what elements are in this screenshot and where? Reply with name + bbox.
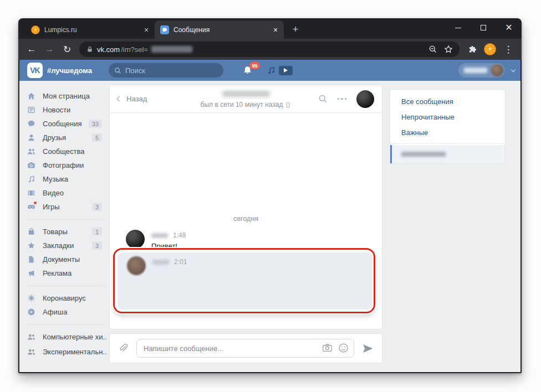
new-tab-button[interactable]: + (287, 21, 304, 38)
sidebar-item-my-page[interactable]: Моя страница (27, 89, 110, 103)
sidebar-item-market[interactable]: Товары 1 (27, 225, 110, 239)
notifications-button[interactable]: 95 (242, 60, 253, 81)
back-arrow-icon: ← (27, 44, 37, 55)
left-sidebar: Моя страница Новости Сообщения 33 Друзья… (19, 81, 110, 359)
window-controls: ✕ (445, 18, 522, 37)
sidebar-label: Игры (43, 203, 60, 211)
sidebar-item-communities[interactable]: Сообщества (27, 145, 110, 158)
chat-panel: Назад был в сети 10 минут назад (109, 85, 382, 329)
close-button[interactable]: ✕ (496, 18, 522, 37)
message-incoming[interactable]: 1:48 Привет! (126, 230, 186, 250)
sender-avatar[interactable] (126, 230, 145, 249)
sidebar-item-messages[interactable]: Сообщения 33 (27, 117, 110, 131)
sender-name-blurred (151, 233, 168, 238)
music-note-icon (27, 175, 35, 183)
sidebar-label: Реклама (43, 269, 72, 277)
virus-icon (27, 294, 35, 302)
sidebar-label: Друзья (43, 133, 66, 142)
browser-menu-icon[interactable]: ⋮ (501, 42, 516, 57)
sidebar-item-ads[interactable]: Реклама (27, 266, 110, 280)
sidebar-item-community-1[interactable]: Компьютерные хи.. (27, 330, 110, 344)
selected-conversation[interactable] (390, 145, 505, 163)
vk-logo[interactable]: VK (27, 63, 43, 78)
sidebar-item-photos[interactable]: Фотографии (27, 158, 110, 172)
chat-peer-info[interactable]: был в сети 10 минут назад (110, 89, 382, 109)
tab-close-icon[interactable]: × (270, 25, 280, 35)
message-time: 1:48 (173, 231, 186, 239)
hashtag-slogan[interactable]: #лучшедома (47, 66, 92, 75)
filter-unread[interactable]: Непрочитанные (390, 110, 505, 125)
friends-count-badge: 5 (92, 133, 102, 142)
tab-title: Сообщения (173, 26, 266, 34)
tab-close-icon[interactable]: × (141, 25, 151, 35)
page-content: Моя страница Новости Сообщения 33 Друзья… (19, 81, 520, 372)
games-count-badge: 3 (92, 203, 102, 211)
gamepad-icon (27, 203, 35, 211)
sidebar-item-coronavirus[interactable]: Коронавирус (27, 291, 110, 305)
play-circle-icon (27, 308, 35, 316)
sidebar-item-music[interactable]: Музыка (27, 172, 110, 186)
megaphone-icon (27, 269, 35, 277)
vk-messages-favicon-icon (160, 25, 169, 34)
minimize-icon (455, 28, 461, 28)
chevron-down-icon[interactable] (511, 68, 516, 72)
sidebar-label: Товары (43, 228, 68, 236)
forward-button[interactable]: → (42, 42, 57, 57)
conversation-name-blurred (401, 152, 446, 157)
sidebar-item-news[interactable]: Новости (27, 103, 110, 117)
zoom-out-icon[interactable] (428, 45, 437, 54)
sidebar-item-afisha[interactable]: Афиша (27, 305, 110, 319)
video-clips-button[interactable] (279, 60, 293, 81)
sidebar-label: Экспериментальн.. (43, 348, 107, 356)
vk-page: VK #лучшедома 95 (19, 60, 520, 372)
maximize-button[interactable] (471, 18, 496, 37)
tab-messages[interactable]: Сообщения × (155, 20, 284, 39)
browser-toolbar: ← → ↻ vk.com /im?sel= ⋮ (18, 39, 522, 60)
tab-strip: Lumpics.ru × Сообщения × + ✕ (18, 18, 522, 39)
sidebar-item-community-2[interactable]: Экспериментальн.. (27, 345, 110, 359)
camera-icon (27, 161, 35, 169)
address-bar[interactable]: vk.com /im?sel= (79, 42, 460, 57)
sidebar-divider (27, 324, 103, 325)
global-search[interactable] (109, 63, 223, 78)
sidebar-label: Компьютерные хи.. (43, 333, 107, 341)
filter-all-messages[interactable]: Все сообщения (390, 94, 505, 110)
account-menu[interactable] (458, 63, 505, 78)
attach-paperclip-icon[interactable] (118, 343, 129, 354)
market-count-badge: 1 (92, 228, 102, 236)
users-icon (27, 147, 35, 156)
sidebar-label: Музыка (43, 175, 68, 183)
sidebar-item-documents[interactable]: Документы (27, 252, 110, 266)
photo-camera-icon[interactable] (322, 343, 333, 353)
extensions-puzzle-icon[interactable] (464, 42, 479, 57)
emoji-smiley-icon[interactable] (338, 343, 349, 353)
maximize-icon (481, 25, 486, 30)
filter-important[interactable]: Важные (390, 125, 505, 141)
forward-arrow-icon: → (45, 44, 54, 55)
bookmark-star-icon[interactable] (444, 45, 453, 54)
url-path: /im?sel= (121, 45, 148, 54)
tab-lumpics[interactable]: Lumpics.ru × (25, 20, 155, 39)
back-button[interactable]: ← (24, 42, 39, 57)
sidebar-label: Сообщества (43, 147, 85, 156)
sidebar-item-friends[interactable]: Друзья 5 (27, 131, 110, 145)
document-icon (27, 255, 35, 264)
users-icon (27, 348, 35, 356)
music-button[interactable] (267, 60, 275, 81)
new-indicator-dot (34, 202, 37, 204)
chat-header: Назад был в сети 10 минут назад (110, 85, 382, 113)
browser-profile-avatar[interactable] (484, 43, 496, 55)
bookmarks-count-badge: 3 (92, 241, 102, 250)
reload-button[interactable]: ↻ (59, 42, 75, 57)
close-icon: ✕ (505, 23, 512, 32)
sidebar-item-video[interactable]: Видео (27, 186, 110, 200)
search-icon (114, 67, 121, 74)
music-note-icon (267, 66, 275, 75)
search-input[interactable] (125, 66, 208, 75)
sidebar-item-games[interactable]: Игры 3 (27, 200, 110, 214)
send-arrow-icon (361, 342, 374, 355)
sidebar-item-bookmarks[interactable]: Закладки 3 (27, 239, 110, 252)
compose-bar (109, 333, 382, 363)
send-button[interactable] (361, 342, 374, 355)
minimize-button[interactable] (445, 18, 471, 37)
